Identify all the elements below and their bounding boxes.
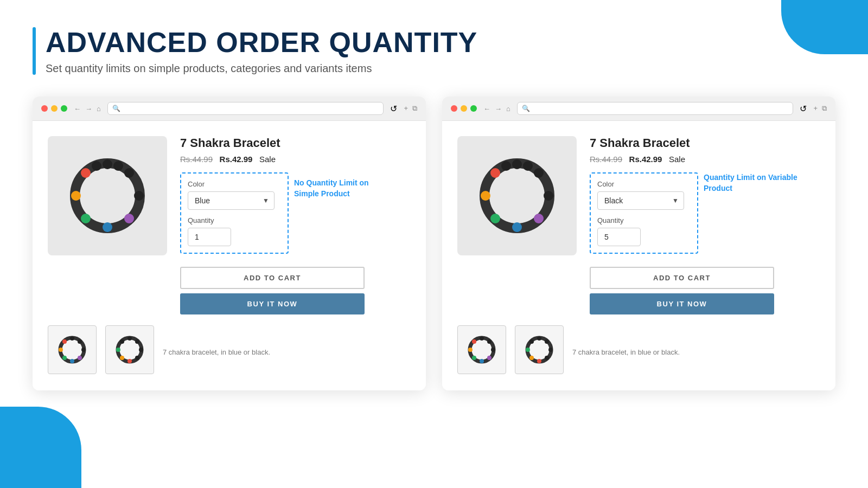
- svg-point-52: [548, 348, 553, 352]
- svg-point-24: [135, 356, 139, 360]
- svg-point-18: [59, 348, 63, 352]
- left-browser-dots: [41, 105, 67, 112]
- svg-point-46: [472, 356, 476, 360]
- svg-point-25: [127, 359, 132, 363]
- svg-point-27: [116, 348, 120, 352]
- svg-point-41: [480, 336, 484, 341]
- left-product-page: 7 Shakra Bracelet Rs.44.99 Rs.42.99 Sale…: [33, 121, 426, 390]
- right-address-bar[interactable]: 🔍: [517, 102, 794, 115]
- svg-point-7: [71, 191, 81, 201]
- left-color-label: Color: [188, 180, 281, 188]
- left-color-select-wrapper[interactable]: Blue Black ▼: [188, 191, 275, 210]
- left-annotation-label: No Quantity Limit on Simple Product: [294, 178, 381, 199]
- left-thumbnail-2[interactable]: [105, 325, 154, 374]
- right-product-details: 7 Shakra Bracelet Rs.44.99 Rs.42.99 Sale…: [590, 136, 820, 314]
- svg-point-56: [526, 348, 530, 352]
- right-color-label: Color: [597, 180, 691, 188]
- svg-point-12: [70, 336, 74, 341]
- right-color-select[interactable]: Blue Black: [597, 191, 684, 210]
- svg-point-39: [523, 161, 533, 171]
- deco-bottom-left: [0, 407, 81, 488]
- svg-point-33: [534, 214, 544, 223]
- svg-point-1: [103, 159, 112, 169]
- svg-point-26: [120, 356, 124, 360]
- left-address-bar[interactable]: 🔍: [107, 102, 384, 115]
- svg-point-37: [490, 168, 500, 178]
- nav-home-icon[interactable]: ⌂: [97, 105, 101, 113]
- right-browser-dots: [451, 105, 477, 112]
- right-quantity-label: Quantity: [597, 216, 691, 224]
- svg-point-10: [113, 161, 123, 171]
- left-product-title: 7 Shakra Bracelet: [180, 136, 411, 150]
- svg-point-36: [481, 191, 490, 201]
- left-thumbnail-1[interactable]: [48, 325, 97, 374]
- right-thumbnail-2[interactable]: [515, 325, 564, 374]
- right-quantity-input[interactable]: [597, 228, 641, 246]
- left-product-description: 7 chakra bracelet, in blue or black.: [163, 348, 270, 356]
- left-price-sale: Rs.42.99: [220, 155, 253, 164]
- new-tab-icon[interactable]: +: [404, 104, 408, 113]
- svg-point-47: [468, 348, 473, 352]
- svg-point-3: [134, 191, 144, 201]
- svg-point-6: [81, 214, 91, 223]
- right-product-page: 7 Shakra Bracelet Rs.44.99 Rs.42.99 Sale…: [442, 121, 835, 390]
- right-thumbnail-1[interactable]: [457, 325, 506, 374]
- header-text: Advanced Order Quantity Set quantity lim…: [46, 27, 477, 75]
- svg-point-31: [534, 168, 544, 178]
- left-price-original: Rs.44.99: [180, 155, 213, 164]
- svg-point-54: [537, 359, 541, 363]
- svg-point-23: [139, 348, 143, 352]
- right-dashed-box: Color Blue Black ▼ Quantity: [590, 172, 698, 254]
- dot-green: [61, 105, 67, 112]
- right-product-image: [457, 136, 577, 255]
- svg-point-38: [501, 161, 511, 171]
- left-browser-nav: ← → ⌂: [74, 105, 101, 113]
- svg-point-43: [491, 348, 495, 352]
- svg-point-30: [512, 159, 522, 169]
- refresh-icon[interactable]: ↺: [390, 104, 397, 114]
- nav-back-icon[interactable]: ←: [74, 105, 81, 113]
- left-toolbar-right: + ⧉: [404, 104, 417, 113]
- left-product-image: [48, 136, 167, 255]
- svg-point-19: [62, 339, 67, 344]
- tabs-icon[interactable]: ⧉: [412, 104, 417, 113]
- svg-point-16: [70, 359, 74, 363]
- svg-point-14: [81, 348, 86, 352]
- right-refresh-icon[interactable]: ↺: [800, 104, 807, 114]
- page-subtitle: Set quantity limits on simple products, …: [46, 62, 477, 75]
- browsers-container: ← → ⌂ 🔍 ↺ + ⧉: [33, 97, 835, 390]
- right-product-price: Rs.44.99 Rs.42.99 Sale: [590, 155, 820, 164]
- right-nav-home-icon[interactable]: ⌂: [506, 105, 510, 113]
- svg-point-21: [127, 336, 132, 341]
- right-tabs-icon[interactable]: ⧉: [822, 104, 827, 113]
- right-annotation-label: Quantity Limit on Variable Product: [704, 172, 807, 194]
- nav-forward-icon[interactable]: →: [85, 105, 92, 113]
- left-product-layout: 7 Shakra Bracelet Rs.44.99 Rs.42.99 Sale…: [48, 136, 411, 314]
- dot-red: [41, 105, 48, 112]
- right-nav-forward-icon[interactable]: →: [495, 105, 502, 113]
- right-product-description: 7 chakra bracelet, in blue or black.: [572, 348, 680, 356]
- right-dot-red: [451, 105, 457, 112]
- header-border-accent: [33, 27, 36, 75]
- left-color-select[interactable]: Blue Black: [188, 191, 275, 210]
- right-thumbnails-row: 7 chakra bracelet, in blue or black.: [457, 325, 820, 374]
- right-color-select-wrapper[interactable]: Blue Black ▼: [597, 191, 684, 210]
- left-add-to-cart-button[interactable]: ADD TO CART: [180, 267, 365, 289]
- svg-point-15: [78, 356, 82, 360]
- right-browser-nav: ← → ⌂: [483, 105, 510, 113]
- svg-point-13: [78, 339, 82, 344]
- right-search-icon: 🔍: [522, 105, 530, 112]
- right-nav-back-icon[interactable]: ←: [483, 105, 490, 113]
- right-buy-now-button[interactable]: BUY IT NOW: [590, 293, 774, 314]
- svg-point-42: [487, 339, 492, 344]
- right-new-tab-icon[interactable]: +: [813, 104, 818, 113]
- left-quantity-input[interactable]: [188, 228, 231, 246]
- right-add-to-cart-button[interactable]: ADD TO CART: [590, 267, 774, 289]
- left-buy-now-button[interactable]: BUY IT NOW: [180, 293, 365, 314]
- svg-point-34: [512, 222, 522, 232]
- svg-point-28: [120, 339, 124, 344]
- left-quantity-label: Quantity: [188, 216, 281, 224]
- header-section: Advanced Order Quantity Set quantity lim…: [33, 27, 835, 75]
- svg-point-48: [472, 339, 476, 344]
- right-toolbar-right: + ⧉: [813, 104, 827, 113]
